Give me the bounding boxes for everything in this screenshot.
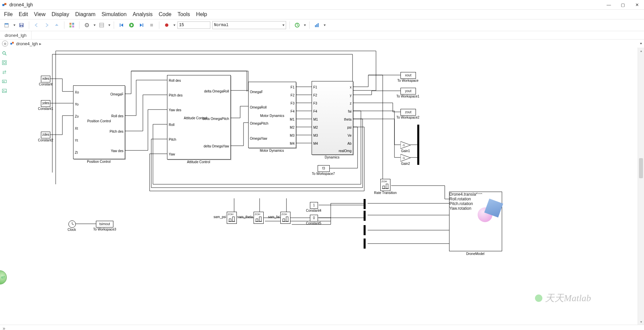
menu-tools[interactable]: Tools <box>177 11 190 17</box>
gain2-label: Gain2 <box>398 162 413 166</box>
new-model-dropdown[interactable] <box>13 24 15 26</box>
position-control-block[interactable]: Xo Yo Zo Xt Yt Zt OmegaF Roll des Pitch … <box>73 85 125 159</box>
model-tab[interactable]: drone4_lgh <box>0 31 32 39</box>
svg-rect-71 <box>283 219 285 221</box>
to-workspace-xout[interactable]: xout <box>400 72 416 79</box>
svg-rect-18 <box>143 23 143 27</box>
menu-simulation[interactable]: Simulation <box>102 11 127 17</box>
scroll-up-icon[interactable]: ▴ <box>638 48 644 54</box>
gain2-block[interactable]: -1 <box>400 154 411 161</box>
swap-icon[interactable] <box>1 69 7 75</box>
svg-rect-6 <box>20 25 22 27</box>
model-explorer-dropdown[interactable] <box>108 24 110 26</box>
svg-rect-25 <box>10 43 12 45</box>
mux2-block[interactable] <box>364 199 366 209</box>
fast-restart-button[interactable] <box>293 21 301 29</box>
vertical-scrollbar[interactable]: ▴ ▾ <box>638 48 644 325</box>
minimize-button[interactable]: — <box>606 2 611 7</box>
to-workspace-f3[interactable]: f3 <box>318 165 330 172</box>
fit-icon[interactable] <box>1 60 7 66</box>
motor-dynamics-title: Motor Dynamics <box>249 114 296 118</box>
save-button[interactable] <box>17 21 25 29</box>
window-title: drone4_lgh <box>9 2 606 7</box>
step-back-button[interactable] <box>117 21 125 29</box>
stop-button[interactable] <box>148 21 156 29</box>
step-forward-button[interactable] <box>138 21 146 29</box>
motor-dynamics-block[interactable]: OmegaF OmegaRoll OmegaPitch OmegaYaw F1 … <box>248 82 296 148</box>
gain1-block[interactable]: -1 <box>400 141 411 149</box>
new-model-button[interactable] <box>3 21 11 29</box>
constant-xdes-block[interactable]: xdes <box>41 76 50 82</box>
nav-collapse-button[interactable]: ⊛ <box>2 41 8 47</box>
menu-file[interactable]: File <box>4 11 13 17</box>
ready-badge[interactable]: 67 <box>0 270 7 284</box>
menu-code[interactable]: Code <box>159 11 171 17</box>
breadcrumb-chevron-icon[interactable]: ▸ <box>39 41 42 46</box>
menu-view[interactable]: View <box>34 11 45 17</box>
scroll-thumb[interactable] <box>639 158 643 178</box>
svg-rect-3 <box>5 23 8 24</box>
record-dropdown[interactable] <box>173 24 175 26</box>
model-explorer-button[interactable] <box>98 21 106 29</box>
menu-edit[interactable]: Edit <box>19 11 28 17</box>
breadcrumb-root[interactable]: drone4_lgh <box>16 41 38 46</box>
menu-display[interactable]: Display <box>52 11 69 17</box>
simulation-mode-select[interactable]: Normal <box>212 21 286 29</box>
breadcrumb-dropdown[interactable] <box>640 43 642 45</box>
fast-restart-dropdown[interactable] <box>304 24 306 26</box>
rate-transition-block[interactable]: ZOH <box>380 179 390 191</box>
constant4-block[interactable]: 1 <box>310 202 318 209</box>
svg-rect-26 <box>12 42 14 44</box>
simulation-mode-value: Normal <box>214 23 228 27</box>
status-expand-button[interactable]: » <box>3 326 5 330</box>
sam-theta-block[interactable]: ZOH <box>254 212 264 224</box>
attitude-control-label: Attitude Control <box>167 160 230 164</box>
mux4-block[interactable] <box>364 225 366 235</box>
clock-block[interactable] <box>68 220 76 228</box>
search-icon[interactable] <box>1 50 7 56</box>
back-button[interactable] <box>33 21 41 29</box>
library-browser-button[interactable] <box>68 21 76 29</box>
menu-diagram[interactable]: Diagram <box>75 11 95 17</box>
data-inspector-dropdown[interactable] <box>324 24 326 26</box>
mux5-block[interactable] <box>364 239 366 249</box>
close-button[interactable]: ✕ <box>635 2 639 7</box>
dynamics-block[interactable]: F1 F2 F3 F4 M1 M2 M3 M4 x y z fai theta … <box>312 81 353 155</box>
svg-rect-63 <box>386 184 388 189</box>
svg-rect-65 <box>229 219 231 221</box>
menu-help[interactable]: Help <box>196 11 207 17</box>
attitude-control-block[interactable]: Roll des Pitch des Yaw des Roll Pitch Ya… <box>167 75 231 159</box>
to-workspace-tsimout[interactable]: tsimout <box>96 221 113 227</box>
record-button[interactable] <box>163 21 171 29</box>
svg-rect-24 <box>318 23 319 27</box>
maximize-button[interactable]: ▢ <box>621 2 625 7</box>
simulink-logo-icon <box>2 2 7 7</box>
forward-button[interactable] <box>43 21 51 29</box>
config-dropdown[interactable] <box>94 24 96 26</box>
run-button[interactable] <box>127 21 136 29</box>
constant5-block[interactable]: 0 <box>310 215 318 221</box>
constant-zdes-block[interactable]: zdes <box>41 132 50 138</box>
to-workspace-yout[interactable]: yout <box>400 88 416 94</box>
constant-ydes-block[interactable]: ydes <box>41 100 50 107</box>
status-bar: » <box>0 325 644 330</box>
scroll-down-icon[interactable]: ▾ <box>638 319 644 325</box>
annotation-icon[interactable]: A <box>1 78 7 84</box>
mux3-block[interactable] <box>364 211 366 221</box>
to-workspace-zout[interactable]: zout <box>400 109 416 116</box>
up-button[interactable] <box>53 21 61 29</box>
mux-block[interactable] <box>417 125 419 165</box>
vr-sink-block[interactable]: Drone4.translation Roll.rotation Pitch.r… <box>449 192 502 251</box>
watermark-text: 天天Matlab <box>545 292 591 305</box>
image-icon[interactable] <box>1 88 7 94</box>
svg-rect-68 <box>256 219 258 221</box>
config-button[interactable] <box>83 21 91 29</box>
title-bar: drone4_lgh — ▢ ✕ <box>0 0 644 10</box>
canvas[interactable]: xdes Constant ydes Constant1 zdes Consta… <box>9 48 638 325</box>
stop-time-input[interactable] <box>177 21 210 29</box>
menu-analysis[interactable]: Analysis <box>132 11 153 17</box>
data-inspector-button[interactable] <box>313 21 321 29</box>
position-control-label: Position Control <box>73 160 124 163</box>
svg-point-12 <box>87 25 88 26</box>
sam-fai-block[interactable]: ZOH <box>280 212 290 224</box>
